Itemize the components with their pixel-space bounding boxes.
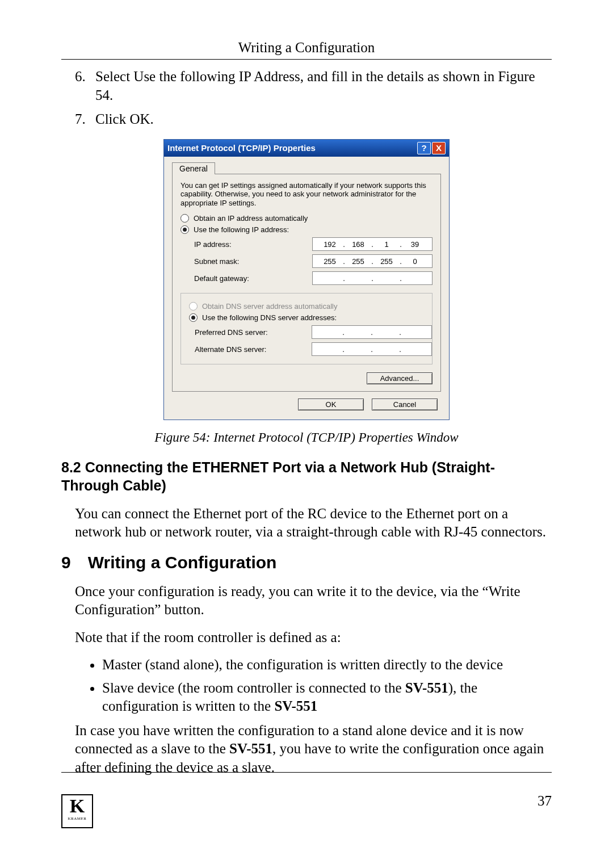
tcpip-dialog: Internet Protocol (TCP/IP) Properties ? … xyxy=(163,139,450,421)
bullet-slave: Slave device (the room controller is con… xyxy=(102,679,552,716)
radio-auto-dns-label: Obtain DNS server address automatically xyxy=(202,302,337,311)
para-9-3: In case you have written the configurati… xyxy=(75,722,552,777)
logo-letter: K xyxy=(70,796,85,816)
para-9-2: Note that if the room controller is defi… xyxy=(75,628,552,647)
subnet-octet-1[interactable] xyxy=(317,257,342,266)
radio-auto-ip[interactable]: Obtain an IP address automatically xyxy=(180,214,433,223)
alt-dns-input[interactable]: . . . xyxy=(312,342,432,356)
dialog-explanation: You can get IP settings assigned automat… xyxy=(180,181,433,208)
radio-static-dns-label: Use the following DNS server addresses: xyxy=(202,313,337,322)
advanced-button[interactable]: Advanced... xyxy=(367,372,433,384)
radio-icon xyxy=(180,225,189,234)
label-gateway: Default gateway: xyxy=(194,274,249,283)
radio-auto-dns: Obtain DNS server address automatically xyxy=(189,302,432,311)
subnet-octet-3[interactable] xyxy=(374,257,399,266)
label-ip: IP address: xyxy=(194,240,232,249)
radio-static-ip[interactable]: Use the following IP address: xyxy=(180,225,433,234)
ip-octet-3[interactable] xyxy=(374,240,399,249)
ip-octet-1[interactable] xyxy=(317,240,342,249)
page-number: 37 xyxy=(538,793,552,809)
radio-icon xyxy=(180,214,189,223)
gateway-octet-4[interactable] xyxy=(402,274,427,283)
cancel-button[interactable]: Cancel xyxy=(372,399,438,410)
logo-brand: KRAMER xyxy=(68,816,87,821)
radio-auto-ip-label: Obtain an IP address automatically xyxy=(194,214,308,223)
dialog-titlebar: Internet Protocol (TCP/IP) Properties ? … xyxy=(164,140,449,157)
tab-general[interactable]: General xyxy=(172,162,215,174)
subnet-octet-4[interactable] xyxy=(402,257,427,266)
dialog-title: Internet Protocol (TCP/IP) Properties xyxy=(167,143,316,153)
ip-octet-4[interactable] xyxy=(402,240,427,249)
label-subnet: Subnet mask: xyxy=(194,257,240,266)
brand-logo: K KRAMER xyxy=(61,794,93,828)
step-7-text: Click OK. xyxy=(95,111,154,127)
footer-rule xyxy=(61,772,552,773)
label-pref-dns: Preferred DNS server: xyxy=(195,328,268,337)
ip-address-input[interactable]: . . . xyxy=(312,237,433,251)
subnet-mask-input[interactable]: . . . xyxy=(312,254,433,268)
ok-button[interactable]: OK xyxy=(298,399,364,410)
step-6-text: Select Use the following IP Address, and… xyxy=(95,69,535,103)
gateway-octet-2[interactable] xyxy=(346,274,371,283)
step-7: 7.Click OK. xyxy=(95,110,552,129)
label-alt-dns: Alternate DNS server: xyxy=(195,345,266,354)
gateway-octet-1[interactable] xyxy=(317,274,342,283)
gateway-input[interactable]: . . . xyxy=(312,271,433,285)
radio-static-dns[interactable]: Use the following DNS server addresses: xyxy=(189,313,432,322)
heading-8-2: 8.2 Connecting the ETHERNET Port via a N… xyxy=(61,459,552,494)
radio-icon xyxy=(189,302,198,311)
help-icon[interactable]: ? xyxy=(417,142,431,154)
figure-caption: Figure 54: Internet Protocol (TCP/IP) Pr… xyxy=(61,430,552,445)
subnet-octet-2[interactable] xyxy=(346,257,371,266)
para-9-1: Once your configuration is ready, you ca… xyxy=(75,582,552,619)
pref-dns-input[interactable]: . . . xyxy=(312,325,432,339)
step-6: 6.Select Use the following IP Address, a… xyxy=(95,68,552,104)
close-icon[interactable]: X xyxy=(432,142,446,154)
running-header: Writing a Configuration xyxy=(61,40,552,56)
radio-static-ip-label: Use the following IP address: xyxy=(194,225,289,234)
radio-icon xyxy=(189,313,198,322)
heading-9: 9 Writing a Configuration xyxy=(61,553,552,572)
bullet-master: Master (stand alone), the configuration … xyxy=(102,656,552,674)
gateway-octet-3[interactable] xyxy=(374,274,399,283)
ip-octet-2[interactable] xyxy=(346,240,371,249)
header-rule xyxy=(61,59,552,60)
para-8-2: You can connect the Ethernet port of the… xyxy=(75,505,552,542)
